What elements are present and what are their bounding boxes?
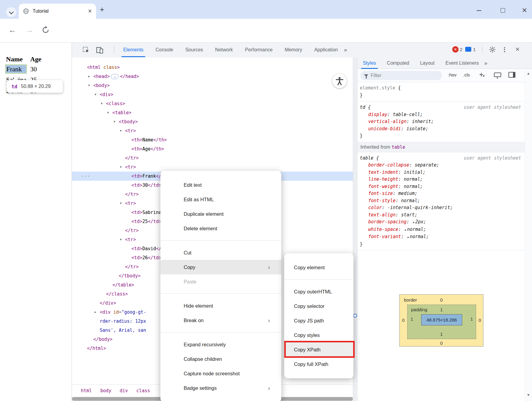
expand-arrow-icon[interactable]: ▸ — [88, 72, 90, 81]
collapse-arrow-icon[interactable]: ▾ — [88, 81, 90, 90]
tree-row[interactable]: ▾<class> — [72, 99, 353, 108]
paint-roller-icon[interactable] — [494, 73, 501, 77]
tree-row[interactable]: ▾<div> — [72, 90, 353, 99]
tree-row[interactable]: <th>Age</th> — [72, 144, 353, 154]
styles-tab-event-listeners[interactable]: Event Listeners — [440, 57, 484, 69]
new-style-rule-button[interactable]: + — [479, 70, 483, 79]
devtools-tab-memory[interactable]: Memory — [279, 43, 308, 57]
device-toolbar-icon[interactable] — [96, 47, 104, 54]
cls-toggle[interactable]: .cls — [463, 72, 470, 77]
css-property[interactable]: unicode-bidi: isolate; — [360, 125, 527, 133]
css-property[interactable]: font-size: medium; — [360, 190, 527, 197]
more-tabs-icon[interactable]: » — [484, 60, 488, 66]
css-property[interactable]: vertical-align: inherit; — [360, 118, 527, 125]
more-tabs-icon[interactable]: » — [344, 47, 347, 53]
error-badge-icon[interactable]: ✕ — [452, 46, 459, 53]
menu-item-capture-node-screenshot[interactable]: Capture node screenshot — [160, 366, 281, 381]
tab-search-button[interactable] — [6, 7, 16, 17]
tree-row[interactable]: ▾<tr> — [72, 163, 353, 172]
devtools-menu-kebab-icon[interactable] — [504, 46, 505, 53]
css-property[interactable]: text-align: start; — [360, 212, 527, 219]
window-minimize-button[interactable] — [477, 10, 481, 11]
tree-row[interactable]: <th>Name</th> — [72, 135, 353, 144]
menu-item-edit-text[interactable]: Edit text — [160, 178, 281, 192]
submenu-item-copy-styles[interactable]: Copy styles — [284, 328, 353, 342]
css-property[interactable]: color: -internal-quirk-inherit; — [360, 204, 527, 212]
collapse-arrow-icon[interactable]: ▾ — [107, 108, 109, 117]
expand-value-icon[interactable]: ▸ — [406, 235, 410, 239]
expand-arrow-icon[interactable]: ▸ — [95, 308, 96, 317]
expand-value-icon[interactable]: ▸ — [412, 221, 415, 224]
menu-item-badge-settings[interactable]: Badge settings› — [160, 381, 281, 395]
settings-gear-icon[interactable] — [489, 46, 496, 53]
tab-close-icon[interactable]: × — [88, 8, 92, 15]
new-tab-button[interactable]: + — [100, 5, 104, 13]
collapse-arrow-icon[interactable]: ▾ — [114, 117, 115, 126]
forward-button[interactable]: → — [25, 25, 33, 35]
css-property[interactable]: border-spacing: ▸2px; — [360, 218, 527, 226]
styles-tab-layout[interactable]: Layout — [414, 57, 440, 69]
scroll-up-icon[interactable]: ▲ — [527, 71, 530, 76]
breadcrumb-class[interactable]: class — [136, 388, 150, 393]
reload-button[interactable] — [42, 26, 50, 34]
breadcrumb-div[interactable]: div — [120, 388, 128, 393]
breadcrumb-html[interactable]: html — [81, 388, 92, 393]
browser-tab[interactable]: Tutorial × — [19, 4, 96, 19]
inline-expand-icon[interactable]: … — [111, 74, 119, 79]
sidebar-toggle-icon[interactable] — [508, 72, 515, 78]
style-rule[interactable]: td {user agent stylesheetdisplay: table-… — [357, 102, 527, 142]
tree-row[interactable]: ▾<tr> — [72, 126, 353, 135]
collapse-arrow-icon[interactable]: ▾ — [120, 199, 122, 208]
hov-toggle[interactable]: :hov — [448, 72, 456, 77]
menu-item-copy[interactable]: Copy› — [160, 260, 281, 274]
style-rule[interactable]: table {user agent stylesheetborder-colla… — [357, 152, 527, 251]
menu-item-break-on[interactable]: Break on› — [160, 313, 281, 328]
devtools-tab-console[interactable]: Console — [150, 43, 179, 57]
menu-item-cut[interactable]: Cut — [160, 245, 281, 260]
css-property[interactable]: font-style: normal; — [360, 197, 527, 205]
styles-scrollbar[interactable]: ▲ ▼ — [525, 69, 532, 401]
issues-icon[interactable] — [465, 47, 471, 52]
collapse-arrow-icon[interactable]: ▾ — [95, 90, 96, 99]
style-rule[interactable]: element.style {} — [357, 82, 527, 102]
devtools-tab-performance[interactable]: Performance — [239, 43, 279, 57]
css-property[interactable]: line-height: normal; — [360, 176, 527, 183]
collapse-arrow-icon[interactable]: ▾ — [120, 126, 122, 135]
submenu-item-copy-element[interactable]: Copy element — [284, 260, 353, 275]
devtools-tab-elements[interactable]: Elements — [117, 43, 150, 57]
css-property[interactable]: white-space: ▸normal; — [360, 226, 527, 234]
css-property[interactable]: font-weight: normal; — [360, 183, 527, 190]
tree-row[interactable]: ▾<tbody> — [72, 117, 353, 126]
devtools-tab-network[interactable]: Network — [209, 43, 239, 57]
menu-item-hide-element[interactable]: Hide element — [160, 299, 281, 313]
css-property[interactable]: font-variant: ▸normal; — [360, 233, 527, 241]
styles-tab-styles[interactable]: Styles — [357, 57, 382, 69]
menu-item-edit-as-html[interactable]: Edit as HTML — [160, 192, 281, 207]
tree-row[interactable]: ▾<table> — [72, 108, 353, 117]
collapse-arrow-icon[interactable]: ▾ — [120, 235, 122, 244]
filter-input[interactable]: Filter — [360, 71, 442, 80]
more-actions-icon[interactable]: ··· — [81, 172, 90, 181]
devtools-close-icon[interactable]: × — [515, 46, 520, 53]
submenu-item-copy-selector[interactable]: Copy selector — [284, 299, 353, 313]
scroll-down-icon[interactable]: ▼ — [527, 393, 530, 397]
submenu-item-copy-js-path[interactable]: Copy JS path — [284, 313, 353, 328]
breadcrumb-body[interactable]: body — [100, 388, 111, 393]
collapse-arrow-icon[interactable]: ▾ — [120, 163, 122, 172]
inspect-element-icon[interactable] — [82, 47, 90, 54]
window-close-button[interactable]: × — [522, 5, 527, 15]
menu-item-delete-element[interactable]: Delete element — [160, 221, 281, 236]
expand-value-icon[interactable]: ▸ — [404, 228, 407, 231]
tree-row[interactable]: ▸<head>…</head> — [72, 72, 353, 81]
back-button[interactable]: ← — [8, 25, 16, 35]
menu-item-expand-recursively[interactable]: Expand recursively — [160, 337, 281, 352]
css-property[interactable]: text-indent: initial; — [360, 169, 527, 176]
submenu-item-copy-outerhtml[interactable]: Copy outerHTML — [284, 284, 353, 299]
styles-tab-computed[interactable]: Computed — [382, 57, 415, 69]
menu-item-duplicate-element[interactable]: Duplicate element — [160, 207, 281, 221]
collapse-arrow-icon[interactable]: ▾ — [101, 99, 103, 108]
tree-row[interactable]: </tr> — [72, 154, 353, 163]
tree-row[interactable]: ▾<body> — [72, 81, 353, 90]
devtools-tab-application[interactable]: Application — [308, 43, 344, 57]
menu-item-collapse-children[interactable]: Collapse children — [160, 352, 281, 366]
